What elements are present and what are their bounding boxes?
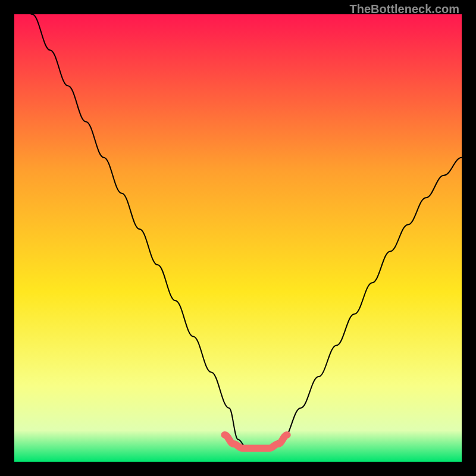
plot-area xyxy=(14,14,462,462)
gradient-background xyxy=(14,14,462,462)
plot-svg xyxy=(14,14,462,462)
chart-frame: TheBottleneck.com xyxy=(0,0,476,476)
